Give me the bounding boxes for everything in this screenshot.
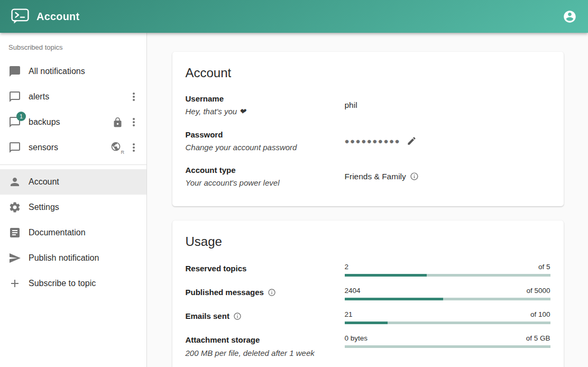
published-messages-label: Published messages [186, 288, 264, 297]
app-header: Account [0, 0, 588, 33]
unread-count-badge: 1 [16, 112, 26, 121]
kebab-menu-icon[interactable] [127, 141, 140, 154]
attachment-storage-subtitle: 200 MB per file, deleted after 1 week [186, 348, 345, 357]
info-icon[interactable] [268, 288, 276, 297]
emails-sent-label: Emails sent [186, 311, 229, 320]
sidebar-item-label: sensors [29, 143, 111, 152]
usage-card-title: Usage [186, 234, 550, 249]
progress-bar [345, 274, 550, 277]
account-circle-icon[interactable] [563, 10, 577, 24]
account-type-value: Friends & Family [345, 172, 406, 181]
usage-limit: of 5 GB [526, 334, 550, 342]
password-subtitle: Change your account password [186, 143, 345, 152]
sidebar-item-label: Account [29, 177, 140, 187]
subscribed-topics-heading: Subscribed topics [0, 37, 146, 59]
sidebar-item-documentation[interactable]: Documentation [0, 220, 146, 245]
reserved-topics-row: Reserved topics 2 of 5 [186, 263, 550, 277]
attachment-storage-row: Attachment storage 200 MB per file, dele… [186, 334, 550, 357]
username-subtitle: Hey, that's you ❤ [186, 107, 345, 116]
account-type-row: Account type Your account's power level … [186, 166, 550, 187]
sidebar-item-label: Publish notification [29, 253, 140, 263]
ntfy-logo-icon [11, 8, 29, 24]
progress-bar [345, 298, 550, 300]
article-icon [8, 226, 21, 239]
sidebar-item-account[interactable]: Account [0, 169, 146, 195]
username-row: Username Hey, that's you ❤ phil [186, 94, 550, 116]
sidebar: Subscribed topics All notifications aler… [0, 33, 147, 367]
password-row: Password Change your account password ●●… [186, 130, 550, 152]
usage-value: 2 [345, 263, 349, 271]
chat-bubble-filled-icon [8, 65, 21, 78]
emails-sent-row: Emails sent 21 of 100 [186, 310, 550, 324]
progress-bar [345, 322, 550, 324]
sidebar-item-all-notifications[interactable]: All notifications [0, 59, 146, 84]
usage-value: 0 bytes [345, 334, 368, 342]
chat-bubble-outline-icon: 1 [8, 116, 21, 129]
reserved-subscript: R [121, 150, 125, 155]
username-value: phil [345, 100, 357, 110]
info-icon[interactable] [233, 312, 242, 320]
username-label: Username [186, 94, 345, 103]
sidebar-item-topic-sensors[interactable]: sensors R [0, 135, 146, 160]
reserved-topics-label: Reserved topics [186, 264, 345, 273]
sidebar-item-label: alerts [29, 92, 127, 102]
progress-bar [345, 345, 550, 348]
account-type-label: Account type [186, 166, 345, 175]
plus-icon [8, 277, 21, 290]
page-title: Account [36, 11, 79, 23]
sidebar-item-topic-backups[interactable]: 1 backups [0, 109, 146, 135]
chat-bubble-outline-icon [8, 141, 21, 154]
account-card-title: Account [186, 66, 550, 80]
pencil-edit-icon[interactable] [407, 136, 417, 146]
person-icon [8, 176, 21, 188]
usage-value: 21 [345, 310, 353, 318]
sidebar-item-subscribe-to-topic[interactable]: Subscribe to topic [0, 271, 146, 296]
send-icon [8, 252, 21, 264]
sidebar-item-settings[interactable]: Settings [0, 195, 146, 220]
usage-value: 2404 [345, 287, 361, 295]
sidebar-divider [0, 164, 146, 165]
sidebar-item-label: Documentation [29, 228, 140, 237]
sidebar-item-publish-notification[interactable]: Publish notification [0, 245, 146, 271]
usage-limit: of 100 [530, 310, 550, 318]
globe-reserved-icon: R [111, 141, 123, 154]
account-type-subtitle: Your account's power level [186, 178, 345, 187]
attachment-storage-label: Attachment storage [186, 335, 345, 344]
sidebar-item-label: backups [29, 117, 112, 127]
lock-icon [112, 117, 123, 128]
sidebar-item-label: Subscribe to topic [29, 279, 140, 288]
password-label: Password [186, 130, 345, 139]
kebab-menu-icon[interactable] [127, 116, 140, 129]
chat-bubble-outline-icon [8, 90, 21, 103]
account-card: Account Username Hey, that's you ❤ phil … [172, 52, 564, 206]
gear-icon [8, 201, 21, 214]
main-content: Account Username Hey, that's you ❤ phil … [148, 33, 588, 367]
sidebar-item-label: All notifications [29, 67, 140, 76]
published-messages-row: Published messages 2404 of 5000 [186, 287, 550, 300]
usage-limit: of 5 [538, 263, 550, 271]
sidebar-item-label: Settings [29, 203, 140, 212]
info-icon[interactable] [410, 172, 419, 181]
usage-card: Usage Reserved topics 2 of 5 Published m… [172, 221, 564, 367]
password-masked-value: ●●●●●●●●●● [345, 136, 401, 145]
usage-limit: of 5000 [526, 287, 550, 295]
kebab-menu-icon[interactable] [127, 90, 140, 103]
sidebar-item-topic-alerts[interactable]: alerts [0, 84, 146, 109]
